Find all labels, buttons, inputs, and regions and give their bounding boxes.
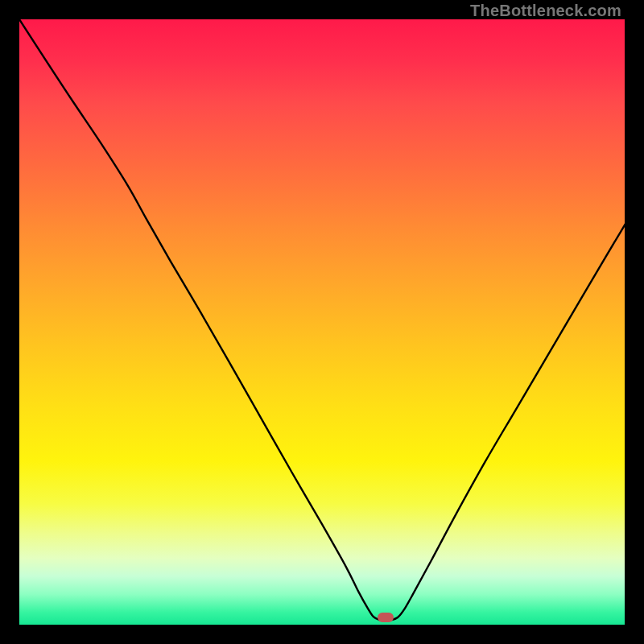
bottleneck-curve: [19, 19, 625, 625]
watermark-text: TheBottleneck.com: [470, 2, 621, 20]
plot-area: [19, 19, 625, 625]
min-marker: [378, 613, 394, 622]
chart-frame: TheBottleneck.com: [0, 0, 644, 644]
